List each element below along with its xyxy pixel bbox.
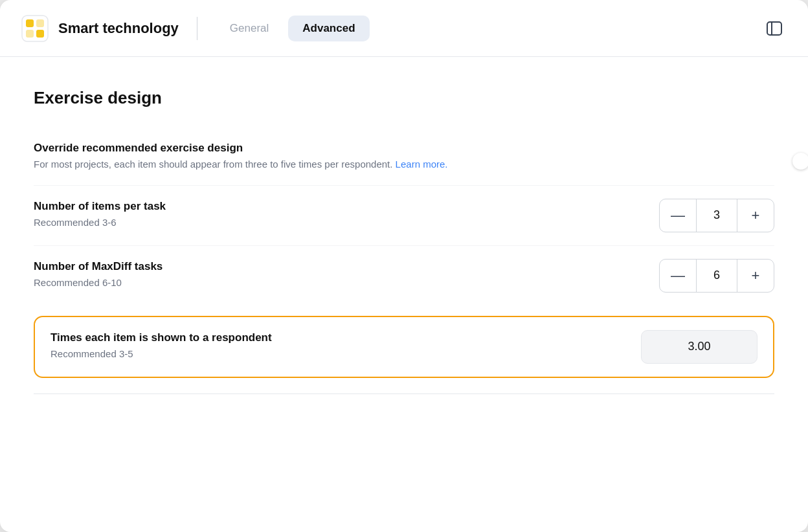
setting-label-override: Override recommended exercise design [34, 142, 748, 155]
bottom-divider [34, 393, 774, 394]
tabs: General Advanced [216, 16, 761, 41]
setting-info-maxdiff-tasks: Number of MaxDiff tasks Recommended 6-10 [34, 260, 633, 291]
items-per-task-value: 3 [696, 199, 737, 232]
maxdiff-tasks-value: 6 [696, 260, 737, 292]
setting-sub-times-shown: Recommended 3-5 [50, 347, 615, 362]
sidebar-icon [766, 20, 783, 37]
svg-rect-5 [767, 22, 781, 35]
setting-sub-override: For most projects, each item should appe… [34, 157, 748, 172]
section-title: Exercise design [34, 88, 774, 108]
setting-row-items-per-task: Number of items per task Recommended 3-6… [34, 186, 774, 245]
tab-general[interactable]: General [216, 16, 283, 41]
header-divider [197, 17, 197, 40]
stepper-items-per-task: — 3 + [659, 199, 774, 232]
setting-info-override: Override recommended exercise design For… [34, 142, 748, 172]
setting-row-maxdiff-tasks: Number of MaxDiff tasks Recommended 6-10… [34, 246, 774, 305]
brand-icon [21, 14, 49, 43]
setting-sub-maxdiff-tasks: Recommended 6-10 [34, 276, 633, 291]
setting-label-maxdiff-tasks: Number of MaxDiff tasks [34, 260, 633, 273]
setting-row-override: Override recommended exercise design For… [34, 129, 774, 185]
learn-more-link[interactable]: Learn more. [396, 159, 448, 170]
svg-rect-0 [22, 16, 48, 41]
maxdiff-tasks-increment[interactable]: + [737, 260, 774, 292]
tab-advanced[interactable]: Advanced [288, 16, 369, 41]
minus-icon-2: — [671, 267, 685, 284]
svg-rect-4 [36, 30, 44, 38]
setting-sub-text-override: For most projects, each item should appe… [34, 159, 392, 170]
sidebar-toggle-button[interactable] [761, 16, 787, 41]
setting-info-times-shown: Times each item is shown to a respondent… [50, 331, 615, 362]
setting-sub-items-per-task: Recommended 3-6 [34, 216, 633, 230]
plus-icon-2: + [752, 267, 760, 284]
items-per-task-decrement[interactable]: — [660, 199, 696, 232]
stepper-maxdiff-tasks: — 6 + [659, 259, 774, 293]
brand: Smart technology [21, 14, 179, 43]
app-window: Smart technology General Advanced Exerci… [0, 0, 808, 532]
svg-rect-3 [26, 30, 34, 38]
header: Smart technology General Advanced [0, 0, 808, 57]
maxdiff-tasks-decrement[interactable]: — [660, 260, 696, 292]
brand-title: Smart technology [58, 20, 179, 37]
main-content: Exercise design Override recommended exe… [0, 57, 808, 532]
setting-label-times-shown: Times each item is shown to a respondent [50, 331, 615, 344]
times-shown-value: 3.00 [641, 330, 758, 364]
minus-icon: — [671, 207, 685, 224]
svg-rect-2 [36, 19, 44, 27]
setting-row-times-shown: Times each item is shown to a respondent… [34, 316, 774, 378]
setting-label-items-per-task: Number of items per task [34, 200, 633, 213]
plus-icon: + [752, 207, 760, 224]
items-per-task-increment[interactable]: + [737, 199, 774, 232]
svg-rect-1 [26, 19, 34, 27]
toggle-thumb [792, 153, 808, 170]
setting-info-items-per-task: Number of items per task Recommended 3-6 [34, 200, 633, 230]
